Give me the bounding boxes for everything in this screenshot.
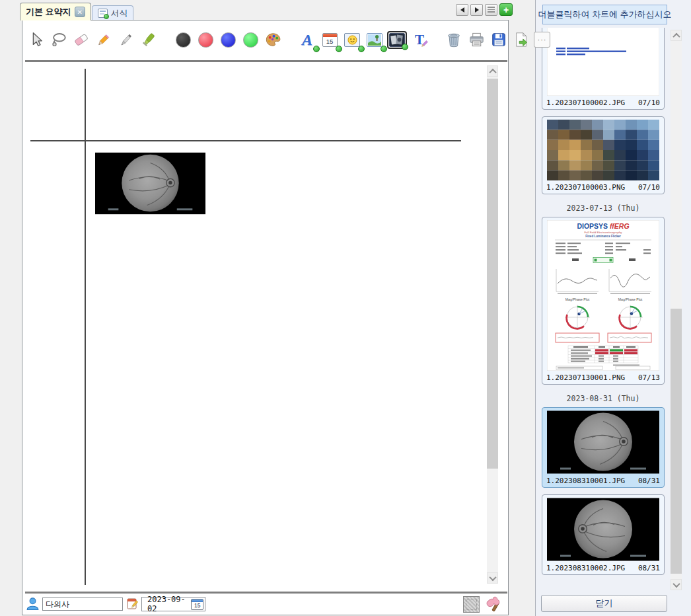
tab-form-label: 서식 [111,8,127,19]
add-to-chart-hint-button[interactable]: 더블클릭하여 차트에 추가하십시오 [542,5,667,24]
add-medical-image-button-selected[interactable] [387,31,407,49]
add-image-button[interactable] [365,30,384,50]
lasso-tool[interactable] [49,30,69,50]
trash-icon [445,31,462,48]
delete-button[interactable] [444,30,464,50]
eraser-icon [73,31,90,48]
memo-edit-icon[interactable] [127,597,138,610]
stamp-tool-icon[interactable] [485,596,503,613]
list-icon [488,7,495,13]
close-tab-icon[interactable]: ✕ [75,7,85,17]
print-button[interactable] [466,30,486,50]
blue-color-icon [221,32,236,48]
palette-icon [264,31,282,49]
report-plot-label-left: Mag/Phase Plot [565,297,590,301]
user-icon [26,597,40,611]
thumbnail-filename: 1.202307100002.JPG [546,98,625,107]
add-page-button[interactable]: + [499,3,513,16]
canvas-scrollbar-thumb[interactable] [487,79,498,469]
thumbnail-filename: 1.202307100003.PNG [546,183,625,192]
page-list-button[interactable] [485,4,497,16]
save-floppy-icon [490,31,507,48]
thumbnail-date: 07/13 [638,373,660,382]
pen-tool[interactable] [116,30,136,50]
printer-icon [468,31,486,49]
pen-icon [118,31,135,48]
sidebar-scrollbar[interactable] [671,30,682,590]
thumbnail-filename: 1.202308310002.JPG [546,564,625,572]
thumbnail-item-photo[interactable]: 1.202307100003.PNG 07/10 [542,116,665,194]
add-date-calendar-icon: 15 [322,33,338,47]
add-stamp-button[interactable] [342,30,362,50]
fundus-thumbnail-image [547,410,659,474]
report-plot-label-right: Mag/Phase Plot [618,297,643,301]
export-button[interactable] [511,30,531,50]
pencil-tool[interactable] [94,30,114,50]
chart-canvas[interactable] [22,62,508,591]
close-panel-button[interactable]: 닫기 [541,595,667,612]
select-cursor-tool[interactable] [26,30,46,50]
report-thumbnail-image: DIOPSYSffERG Full Field Electroretinogra… [547,220,659,371]
date-group-header: 2023-08-31 (Thu) [542,394,665,403]
plus-badge-icon [381,46,387,52]
canvas-scrollbar[interactable] [487,65,498,584]
edit-text-button[interactable]: T [410,30,429,50]
more-tools-button[interactable]: ··· [534,32,550,48]
green-color-icon [243,32,258,48]
chart-editor-frame: A 15 T [22,20,509,615]
color-blue-button[interactable] [218,30,238,50]
thumbnail-date: 08/31 [638,564,660,572]
date-picker-button[interactable]: 15 [191,599,203,610]
canvas-scroll-down-button[interactable] [487,572,498,584]
add-text-button[interactable]: A [297,30,317,50]
tab-form[interactable]: 서식 [92,5,133,20]
add-image-icon [367,33,382,47]
thumbnail-item-document[interactable]: 1.202307100002.JPG 07/10 [542,28,665,110]
prev-page-button[interactable] [456,4,468,16]
chevron-up-icon [673,32,680,40]
drawn-vertical-line [85,69,86,585]
add-emoji-icon [344,33,360,47]
seal-stamp-icon[interactable] [463,596,480,613]
placed-fundus-image[interactable] [95,152,205,215]
canvas-scroll-up-button[interactable] [487,65,498,77]
color-green-button[interactable] [240,30,260,50]
chart-date-value: 2023-09-02 [147,595,191,613]
highlighter-tool[interactable] [139,30,159,50]
tab-basic-summary-label: 기본 요약지 [26,6,71,18]
thumbnail-item-fundus-selected[interactable]: 1.202308310001.JPG 08/31 [542,407,665,488]
tab-basic-summary[interactable]: 기본 요약지 ✕ [20,3,91,20]
thumbnail-list[interactable]: 1.202307100002.JPG 07/10 1.202307100003.… [542,28,666,592]
small-pencil-icon [420,40,429,48]
pencil-icon [95,31,112,48]
fundus-thumbnail-image [547,498,659,561]
lasso-icon [50,31,67,48]
footer-separator [25,592,507,594]
save-button[interactable] [489,30,509,50]
sidebar-scroll-up-button[interactable] [671,30,682,41]
eraser-tool[interactable] [71,30,91,50]
sidebar-scrollbar-thumb[interactable] [671,309,682,574]
color-black-button[interactable] [173,30,193,50]
form-doc-icon [98,9,108,18]
report-subtitle-2: Fixed Luminance Flicker [585,235,621,238]
cursor-icon [28,31,45,48]
add-date-button[interactable]: 15 [320,30,340,50]
doctor-name-input[interactable] [42,597,123,611]
svg-text:DIOPSYSffERG: DIOPSYSffERG [577,222,629,230]
black-color-icon [176,32,191,48]
sidebar-scroll-down-button[interactable] [671,579,682,590]
color-palette-button[interactable] [263,30,283,50]
document-thumbnail-image [547,28,659,96]
report-brand-blue: DIOPSYS [577,222,608,230]
next-page-button[interactable] [470,4,483,16]
report-subtitle-1: Full Field Electroretinography [584,231,622,234]
thumbnail-item-fundus[interactable]: 1.202308310002.JPG 08/31 [542,494,665,575]
highlighter-icon [140,31,157,48]
drawn-horizontal-line [30,140,461,141]
thumbnail-item-report[interactable]: DIOPSYSffERG Full Field Electroretinogra… [542,217,665,385]
color-red-button[interactable] [196,30,215,50]
chart-date-field[interactable]: 2023-09-02 15 [141,597,205,611]
left-arrow-icon [460,7,464,13]
photo-thumbnail-image [547,120,659,180]
